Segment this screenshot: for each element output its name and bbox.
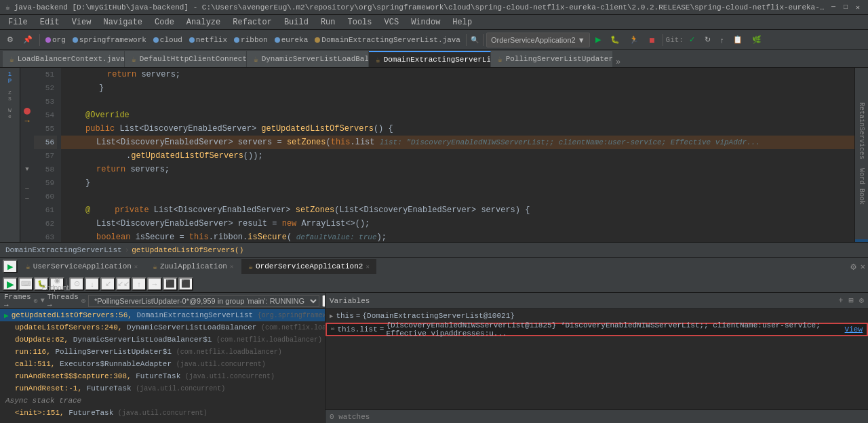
bookmark-springframework[interactable]: springframework — [70, 36, 149, 44]
frames-copy-btn[interactable]: ⊙ — [34, 295, 38, 307]
debug-step-over-btn[interactable]: ↓ — [85, 277, 100, 291]
sidebar-project-icon[interactable]: 1P — [3, 70, 18, 85]
variables-settings-btn[interactable]: ⚙ — [859, 296, 864, 306]
menu-tools[interactable]: Tools — [342, 16, 378, 28]
variables-add-btn[interactable]: + — [838, 296, 843, 306]
var-expand-this-list[interactable]: ∞ — [331, 326, 334, 333]
sidebar-web-icon[interactable]: We — [3, 106, 18, 121]
fold-63[interactable]: — — [25, 186, 28, 193]
sidebar-structure-icon[interactable]: ZS — [3, 88, 18, 103]
debug-tab-close-1[interactable]: ✕ — [134, 263, 138, 270]
breadcrumb-class[interactable]: DomainExtractingServerList — [5, 246, 122, 254]
variable-this[interactable]: ▶ this = {DomainExtractingServerList@100… — [326, 309, 868, 323]
menu-build[interactable]: Build — [279, 16, 314, 28]
git-update[interactable]: ↻ — [701, 33, 715, 47]
frame-item-3[interactable]: run:116, PollingServerListUpdater$1 (com… — [0, 346, 325, 358]
menu-help[interactable]: Help — [447, 16, 477, 28]
debug-tab-zuul[interactable]: ☕ ZuulApplication ✕ — [146, 259, 240, 274]
frame-item-7[interactable]: <init>:151, FutureTask (java.util.concur… — [0, 407, 325, 419]
toolbar-nav-back[interactable]: 🔍 — [471, 36, 479, 44]
menu-analyze[interactable]: Analyze — [181, 16, 226, 28]
tab-loadbalancercontext[interactable]: ☕ LoadBalancerContext.java ✕ — [3, 51, 125, 67]
debug-play-btn[interactable]: ▶ — [3, 277, 18, 291]
run-button[interactable]: ▶ — [591, 33, 605, 47]
frame-item-5[interactable]: runAndReset$$$capture:308, FutureTask (j… — [0, 370, 325, 382]
bookmark-netflix[interactable]: netflix — [186, 36, 230, 44]
debug-frames-btn[interactable]: ⊙ — [69, 277, 84, 291]
tab-domainextracting[interactable]: ☕ DomainExtractingServerList.java ✕ — [369, 51, 491, 67]
frame-item-6[interactable]: runAndReset:-1, FutureTask (java.util.co… — [0, 382, 325, 395]
debug-close-icon[interactable]: ✕ — [861, 262, 865, 272]
frame-item-4[interactable]: call:511, Executors$RunnableAdapter (jav… — [0, 358, 325, 370]
debug-step-into-btn[interactable]: ↙ — [100, 277, 115, 291]
debug-force-step-btn[interactable]: ↙↙ — [116, 277, 131, 291]
code-editor[interactable]: → ▼ — — — [20, 68, 868, 242]
git-history[interactable]: 📋 — [729, 33, 747, 47]
close-button[interactable]: ✕ — [853, 3, 863, 12]
stop-button[interactable]: ⏹ — [644, 33, 660, 47]
tab-defaulthttpclient[interactable]: ☕ DefaultHttpClientConnectionOperator.ja… — [125, 51, 247, 67]
menu-vcs[interactable]: VCS — [379, 16, 405, 28]
debug-eval-btn[interactable]: ⬛ — [163, 277, 178, 291]
git-branches[interactable]: 🌿 — [748, 33, 766, 47]
toolbar-pin-btn[interactable]: 📌 — [19, 33, 37, 47]
thread-selector[interactable]: *PollingServerListUpdater-0*@9,959 in gr… — [88, 295, 319, 307]
menu-run[interactable]: Run — [315, 16, 341, 28]
minimize-button[interactable]: ─ — [829, 3, 838, 12]
debug-tab-close-2[interactable]: ✕ — [230, 263, 233, 270]
tab-pollingserver[interactable]: ☕ PollingServerListUpdater.java ✕ — [491, 51, 613, 67]
git-push[interactable]: ↑ — [716, 33, 728, 47]
var-view-link[interactable]: View — [845, 325, 863, 334]
code-content-area[interactable]: return servers; } @Override public List<… — [61, 68, 854, 242]
var-expand-this[interactable]: ▶ — [330, 313, 333, 320]
bookmark-eureka[interactable]: eureka — [272, 36, 311, 44]
debug-tab-orderservice[interactable]: ☕ OrderServiceApplication2 ✕ — [241, 259, 376, 274]
git-checkmark[interactable]: ✓ — [685, 33, 699, 47]
toolbar-settings-btn[interactable]: ⚙ — [3, 33, 18, 47]
frame-item-1[interactable]: updateListOfServers:240, DynamicServerLi… — [0, 321, 325, 334]
frames-filter-btn[interactable]: ▼ — [41, 295, 45, 307]
debug-tab-icon-1: ☕ — [26, 262, 31, 271]
debug-run-cursor-btn[interactable]: → — [147, 277, 162, 291]
frame-item-0[interactable]: ▶ getUpdatedListOfServers:56, DomainExtr… — [0, 309, 325, 321]
debug-step-out-btn[interactable]: ↑ — [132, 277, 146, 291]
word-book-label[interactable]: Word Book — [856, 164, 867, 209]
threads-options-btn[interactable]: ⊙ — [81, 295, 85, 307]
fold-61[interactable]: ▼ — [25, 166, 28, 173]
tab-dynamicserver[interactable]: ☕ DynamicServerListLoadBalancer.java ✕ — [247, 51, 369, 67]
debug-settings-icon[interactable]: ⚙ — [850, 261, 856, 273]
menu-file[interactable]: File — [3, 16, 33, 28]
gutter-61: ▼ — [20, 165, 34, 174]
fold-64[interactable]: — — [25, 195, 28, 202]
debug-console-btn[interactable]: ⌨ — [18, 277, 33, 291]
maximize-button[interactable]: □ — [841, 3, 850, 12]
debug-stop-btn[interactable]: ⬛ — [178, 277, 193, 291]
bookmark-cloud[interactable]: cloud — [151, 36, 185, 44]
debug-tab-close-3[interactable]: ✕ — [366, 263, 369, 270]
menu-refactor[interactable]: Refactor — [227, 16, 277, 28]
retain-services-label[interactable]: RetainServices — [856, 98, 867, 163]
menu-code[interactable]: Code — [149, 16, 180, 28]
debug-tab-userservice[interactable]: ☕ UserServiceApplication ✕ — [19, 259, 144, 274]
bookmark-domain-file[interactable]: DomainExtractingServerList.java — [312, 36, 463, 44]
variables-expand-btn[interactable]: ⊞ — [849, 296, 854, 306]
bookmark-org[interactable]: org — [43, 36, 68, 44]
ln-57: 57 — [34, 149, 57, 163]
bookmark-ribbon[interactable]: ribbon — [231, 36, 271, 44]
menu-navigate[interactable]: Navigate — [98, 16, 148, 28]
more-tabs-icon[interactable]: » — [616, 58, 620, 67]
run-config-btn[interactable]: OrderServiceApplication2 ▼ — [486, 33, 590, 47]
frame-item-2[interactable]: doUpdate:62, DynamicServerListLoadBalanc… — [0, 334, 325, 346]
breadcrumb-method[interactable]: getUpdatedListOfServers() — [132, 246, 243, 254]
menu-edit[interactable]: Edit — [35, 16, 65, 28]
debug-endpoints-btn[interactable]: ◉ Endpoints — [50, 277, 64, 291]
menu-window[interactable]: Window — [406, 16, 446, 28]
gutter-68 — [20, 233, 34, 242]
menu-view[interactable]: View — [66, 16, 97, 28]
debug-resume-btn[interactable]: ▶ — [3, 260, 18, 273]
watches-bar: 0 watches — [326, 409, 868, 423]
variable-this-list[interactable]: ∞ this.list = {DiscoveryEnabledNIWSServe… — [326, 323, 868, 336]
debug-button[interactable]: 🐛 — [606, 33, 624, 47]
breakpoint-55[interactable] — [24, 108, 31, 115]
coverage-button[interactable]: 🏃 — [625, 33, 643, 47]
